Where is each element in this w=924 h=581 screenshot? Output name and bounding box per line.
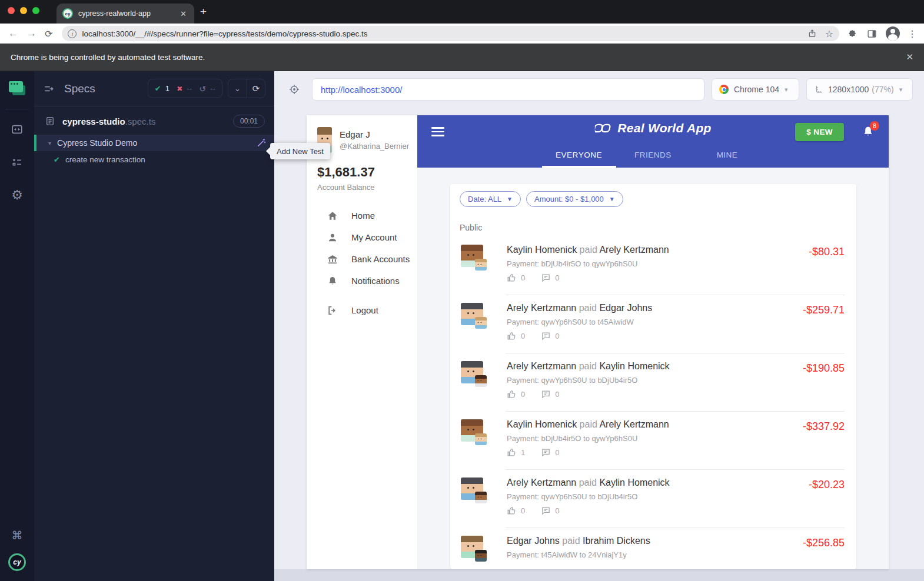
tab-close-icon[interactable]: ✕ [178, 9, 188, 18]
active-browser-icon[interactable] [0, 81, 34, 95]
specs-title: Specs [64, 82, 95, 95]
add-new-test-wand-icon[interactable] [256, 138, 267, 151]
test-row[interactable]: ✔ create new transaction [34, 151, 274, 168]
sidebar-item-my-account[interactable]: My Account [307, 226, 417, 248]
spec-file-row[interactable]: cypress-studio.spec.ts 00:01 [34, 106, 274, 135]
new-transaction-button[interactable]: $ NEW [795, 123, 844, 141]
like-icon[interactable] [507, 273, 517, 283]
sender-name[interactable]: Kaylin Homenick [507, 419, 577, 429]
transaction-row[interactable]: Kaylin Homenick paid Arely Kertzmann Pay… [460, 236, 847, 295]
sidebar-item-home[interactable]: Home [307, 205, 417, 226]
amount-filter-chip[interactable]: Amount: $0 - $1,000▼ [526, 191, 623, 207]
transaction-row[interactable]: Kaylin Homenick paid Arely Kertzmann Pay… [460, 411, 847, 469]
macos-traffic-lights [8, 7, 39, 14]
browser-toolbar: ← → ⟳ i localhost:3000/__/#/specs/runner… [0, 24, 924, 44]
receiver-name[interactable]: Arely Kertzmann [599, 245, 669, 255]
payment-detail: Payment: bDjUb4ir5O to qywYp6hS0U [507, 434, 803, 443]
like-icon[interactable] [507, 448, 517, 458]
comment-icon[interactable] [541, 389, 551, 399]
sender-name[interactable]: Edgar Johns [507, 536, 560, 546]
social-row: 0 0 [507, 389, 803, 399]
transaction-row[interactable]: Arely Kertzmann paid Edgar Johns Payment… [460, 295, 847, 353]
address-url[interactable]: localhost:3000/__/#/specs/runner?file=cy… [82, 29, 799, 38]
share-icon[interactable] [807, 29, 817, 38]
tab-everyone[interactable]: EVERYONE [542, 151, 616, 168]
transaction-amount: -$256.85 [803, 537, 845, 569]
notifications-bell[interactable]: 8 [862, 125, 875, 138]
infobar-close-icon[interactable]: ✕ [906, 52, 913, 62]
forward-button[interactable]: → [26, 28, 36, 39]
comment-icon[interactable] [541, 273, 551, 283]
screen: cy cypress-realworld-app ✕ + ← → ⟳ i loc… [0, 0, 924, 581]
sender-name[interactable]: Arely Kertzmann [507, 361, 576, 371]
chevron-down-icon[interactable]: ▾ [48, 140, 51, 146]
comment-icon[interactable] [541, 448, 551, 458]
hamburger-menu-icon[interactable] [431, 127, 444, 136]
rerun-button[interactable]: ⟳ [247, 79, 265, 98]
sidebar-item-logout[interactable]: Logout [307, 299, 417, 321]
tab-friends[interactable]: FRIENDS [616, 151, 690, 168]
like-icon[interactable] [507, 331, 517, 341]
comment-count: 0 [555, 273, 559, 282]
run-stats: ✔ 1 ✖ -- ↺ -- [148, 79, 222, 98]
transaction-row[interactable]: Arely Kertzmann paid Kaylin Homenick Pay… [460, 353, 847, 411]
address-bar[interactable]: i localhost:3000/__/#/specs/runner?file=… [62, 26, 839, 41]
suite-row[interactable]: ▾ Cypress Studio Demo [34, 135, 274, 151]
user-name: Edgar J [340, 129, 409, 139]
sidebar-item-bank-accounts[interactable]: Bank Accounts [307, 248, 417, 270]
collapse-all-button[interactable]: ⌄ [228, 79, 247, 98]
receiver-name[interactable]: Arely Kertzmann [599, 419, 669, 429]
new-tab-button[interactable]: + [200, 6, 207, 17]
tab-mine[interactable]: MINE [690, 151, 765, 168]
bookmark-star-icon[interactable]: ☆ [825, 28, 833, 39]
comment-icon[interactable] [541, 506, 551, 516]
spec-duration-badge: 00:01 [233, 115, 265, 128]
aut-url-input[interactable] [312, 78, 704, 101]
reload-button[interactable]: ⟳ [45, 28, 52, 39]
transaction-row[interactable]: Arely Kertzmann paid Kaylin Homenick Pay… [460, 469, 847, 527]
maximize-window-button[interactable] [32, 7, 39, 14]
app-sidebar: Edgar J @Katharina_Bernier $1,681.37 Acc… [307, 115, 417, 569]
social-row: 0 0 [507, 331, 803, 341]
keyboard-shortcuts-icon[interactable]: ⌘ [0, 529, 34, 542]
selector-playground-icon[interactable] [284, 84, 305, 95]
receiver-avatar [475, 259, 487, 271]
receiver-avatar [475, 317, 487, 329]
back-button[interactable]: ← [8, 28, 18, 39]
receiver-name[interactable]: Kaylin Homenick [599, 478, 669, 487]
receiver-name[interactable]: Edgar Johns [599, 303, 652, 313]
running-count: -- [210, 84, 215, 93]
like-count: 1 [521, 448, 525, 457]
side-panel-icon[interactable] [867, 29, 877, 39]
extensions-puzzle-icon[interactable] [848, 29, 858, 39]
comment-icon[interactable] [541, 331, 551, 341]
browser-tab[interactable]: cy cypress-realworld-app ✕ [56, 4, 194, 24]
browser-profile-avatar[interactable] [886, 26, 900, 41]
like-icon[interactable] [507, 506, 517, 516]
sender-name[interactable]: Arely Kertzmann [507, 303, 576, 313]
app-logo: Real World App [594, 121, 711, 135]
comment-count: 0 [555, 332, 559, 340]
browser-select[interactable]: Chrome 104 ▾ [712, 78, 799, 101]
date-filter-chip[interactable]: Date: ALL▼ [460, 191, 521, 207]
cypress-workspace: ⚙ ⌘ cy Specs ✔ 1 ✖ -- ↺ -- [0, 71, 924, 581]
browser-menu-icon[interactable]: ⋮ [908, 28, 917, 39]
like-icon[interactable] [507, 389, 517, 399]
viewport-select[interactable]: 1280x1000 (77%) ▾ [806, 78, 913, 101]
app-content: Date: ALL▼ Amount: $0 - $1,000▼ Public K [417, 168, 889, 569]
specs-nav-icon[interactable] [0, 123, 34, 136]
site-info-icon[interactable]: i [68, 29, 77, 38]
like-count: 0 [521, 332, 525, 340]
transaction-row[interactable]: Edgar Johns paid Ibrahim Dickens Payment… [460, 527, 847, 569]
sender-name[interactable]: Kaylin Homenick [507, 245, 577, 255]
close-window-button[interactable] [8, 7, 15, 14]
receiver-name[interactable]: Kaylin Homenick [599, 361, 669, 371]
minimize-window-button[interactable] [20, 7, 27, 14]
like-count: 0 [521, 390, 525, 399]
sender-name[interactable]: Arely Kertzmann [507, 478, 576, 487]
settings-gear-icon[interactable]: ⚙ [0, 188, 34, 203]
receiver-name[interactable]: Ibrahim Dickens [583, 536, 650, 546]
runs-nav-icon[interactable] [0, 156, 34, 169]
sidebar-item-notifications[interactable]: Notifications [307, 270, 417, 292]
transaction-amount: -$259.71 [803, 304, 845, 353]
